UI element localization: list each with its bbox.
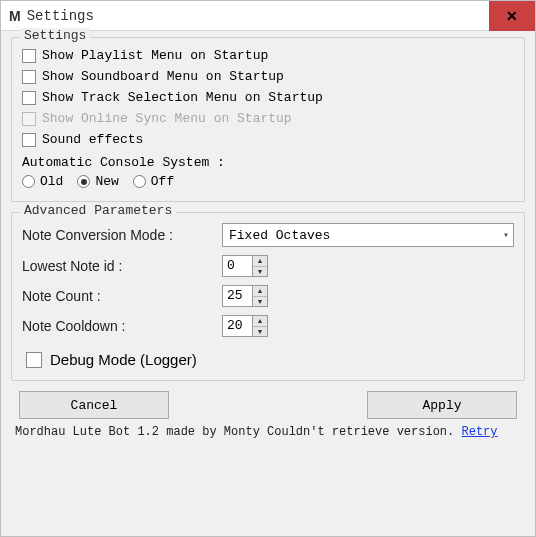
lowest-label: Lowest Note id : <box>22 258 222 274</box>
lowest-value[interactable]: 0 <box>222 255 252 277</box>
show-playlist-checkbox[interactable] <box>22 49 36 63</box>
lowest-down-button[interactable]: ▼ <box>253 267 267 277</box>
show-playlist-label: Show Playlist Menu on Startup <box>42 48 268 63</box>
app-icon: M <box>9 8 21 24</box>
cooldown-up-button[interactable]: ▲ <box>253 316 267 327</box>
footer-text: Mordhau Lute Bot 1.2 made by Monty Could… <box>15 425 454 439</box>
acs-label: Automatic Console System : <box>22 155 514 170</box>
debug-row: Debug Mode (Logger) <box>26 351 514 368</box>
acs-radio-group: Old New Off <box>22 174 514 189</box>
acs-radio-old[interactable]: Old <box>22 174 63 189</box>
cooldown-value[interactable]: 20 <box>222 315 252 337</box>
count-up-button[interactable]: ▲ <box>253 286 267 297</box>
count-label: Note Count : <box>22 288 222 304</box>
settings-group: Settings Show Playlist Menu on Startup S… <box>11 37 525 202</box>
show-playlist-row: Show Playlist Menu on Startup <box>22 48 514 63</box>
footer: Mordhau Lute Bot 1.2 made by Monty Could… <box>11 419 525 439</box>
show-track-row: Show Track Selection Menu on Startup <box>22 90 514 105</box>
advanced-group: Advanced Parameters Note Conversion Mode… <box>11 212 525 381</box>
mode-row: Note Conversion Mode : Fixed Octaves ▾ <box>22 223 514 247</box>
cooldown-label: Note Cooldown : <box>22 318 222 334</box>
sound-effects-checkbox[interactable] <box>22 133 36 147</box>
show-soundboard-label: Show Soundboard Menu on Startup <box>42 69 284 84</box>
sound-effects-label: Sound effects <box>42 132 143 147</box>
mode-value: Fixed Octaves <box>229 228 330 243</box>
mode-dropdown[interactable]: Fixed Octaves ▾ <box>222 223 514 247</box>
show-online-checkbox <box>22 112 36 126</box>
close-button[interactable]: ✕ <box>489 1 535 31</box>
acs-old-label: Old <box>40 174 63 189</box>
acs-new-label: New <box>95 174 118 189</box>
close-icon: ✕ <box>506 8 518 24</box>
advanced-group-title: Advanced Parameters <box>20 203 176 218</box>
acs-radio-new[interactable]: New <box>77 174 118 189</box>
count-value[interactable]: 25 <box>222 285 252 307</box>
count-down-button[interactable]: ▼ <box>253 297 267 307</box>
cooldown-spinner[interactable]: 20 ▲ ▼ <box>222 315 268 337</box>
apply-button[interactable]: Apply <box>367 391 517 419</box>
show-online-label: Show Online Sync Menu on Startup <box>42 111 292 126</box>
settings-group-title: Settings <box>20 28 90 43</box>
mode-label: Note Conversion Mode : <box>22 227 222 243</box>
count-row: Note Count : 25 ▲ ▼ <box>22 285 514 307</box>
show-soundboard-row: Show Soundboard Menu on Startup <box>22 69 514 84</box>
show-online-row: Show Online Sync Menu on Startup <box>22 111 514 126</box>
content-area: Settings Show Playlist Menu on Startup S… <box>1 31 535 443</box>
show-soundboard-checkbox[interactable] <box>22 70 36 84</box>
settings-window: M Settings ✕ Settings Show Playlist Menu… <box>0 0 536 537</box>
debug-label: Debug Mode (Logger) <box>50 351 197 368</box>
count-spinner[interactable]: 25 ▲ ▼ <box>222 285 268 307</box>
lowest-up-button[interactable]: ▲ <box>253 256 267 267</box>
radio-icon <box>133 175 146 188</box>
cooldown-down-button[interactable]: ▼ <box>253 327 267 337</box>
show-track-checkbox[interactable] <box>22 91 36 105</box>
acs-radio-off[interactable]: Off <box>133 174 174 189</box>
debug-checkbox[interactable] <box>26 352 42 368</box>
spinner-buttons: ▲ ▼ <box>252 315 268 337</box>
titlebar: M Settings ✕ <box>1 1 535 31</box>
window-title: Settings <box>27 8 94 24</box>
spinner-buttons: ▲ ▼ <box>252 255 268 277</box>
lowest-spinner[interactable]: 0 ▲ ▼ <box>222 255 268 277</box>
cancel-button[interactable]: Cancel <box>19 391 169 419</box>
radio-icon <box>22 175 35 188</box>
chevron-down-icon: ▾ <box>503 229 509 241</box>
spinner-buttons: ▲ ▼ <box>252 285 268 307</box>
retry-link[interactable]: Retry <box>461 425 497 439</box>
cooldown-row: Note Cooldown : 20 ▲ ▼ <box>22 315 514 337</box>
button-row: Cancel Apply <box>11 391 525 419</box>
sound-effects-row: Sound effects <box>22 132 514 147</box>
lowest-row: Lowest Note id : 0 ▲ ▼ <box>22 255 514 277</box>
show-track-label: Show Track Selection Menu on Startup <box>42 90 323 105</box>
acs-off-label: Off <box>151 174 174 189</box>
radio-icon <box>77 175 90 188</box>
